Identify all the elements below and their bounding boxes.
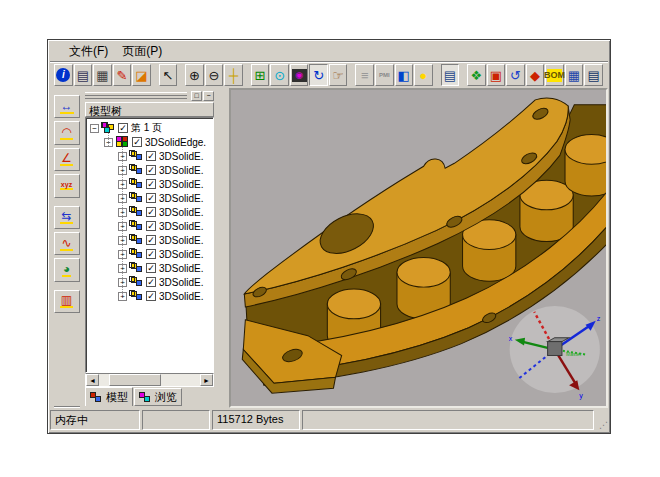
tree-row[interactable]: +✓3DSolidE. [86,177,213,191]
part-icon [129,248,144,260]
assembly-icon: ◆ [530,69,540,82]
dock-restore-button[interactable]: □ [191,91,202,101]
tree-row[interactable]: −✓第 1 页 [86,121,213,135]
menu-page[interactable]: 页面(P) [115,41,169,62]
parts-icon: ❖ [471,69,483,82]
orbit-icon: ◉ [292,69,307,82]
tree-row[interactable]: +✓3DSolidE. [86,247,213,261]
info-button[interactable]: i [54,64,73,86]
tree-row[interactable]: +✓3DSolidE. [86,275,213,289]
visibility-checkbox[interactable]: ✓ [146,165,156,175]
print-preview-button[interactable]: ▤ [74,64,93,86]
part-icon [129,178,144,190]
part-props-button[interactable]: ▥ [54,290,80,313]
tree-row[interactable]: +✓3DSolidE. [86,163,213,177]
capture-button[interactable]: ▣ [487,64,506,86]
tree-row-label: 3DSolidE. [159,165,203,176]
pan-button[interactable]: ┼ [224,64,243,86]
select-button[interactable]: ↖ [159,64,178,86]
dim-distance-button[interactable]: ⇆ [54,206,80,229]
pan-hand-button[interactable]: ☞ [329,64,348,86]
visibility-checkbox[interactable]: ✓ [146,235,156,245]
light-button[interactable]: ● [414,64,433,86]
tree-row[interactable]: +✓3DSolidE. [86,233,213,247]
tree-row-label: 3DSolidE. [159,221,203,232]
assembly-button[interactable]: ◆ [526,64,545,86]
tree-row[interactable]: −✓3DSolidEdge. [86,135,213,149]
zoom-out-button[interactable]: ⊖ [205,64,224,86]
scroll-left-arrow-icon[interactable]: ◄ [86,374,99,386]
update-button[interactable]: ↺ [506,64,525,86]
panel-splitter[interactable] [216,88,229,408]
tree-view-button[interactable]: ▤ [584,64,603,86]
menu-file[interactable]: 文件(F) [62,41,115,62]
part-icon [129,192,144,204]
tree-view-icon: ▤ [587,69,599,82]
tab-label: 浏览 [155,390,177,405]
visibility-checkbox[interactable]: ✓ [132,137,142,147]
pmi-button[interactable]: PMI [375,64,394,86]
measure-toolbar: ↔◠∠xyz⇆∿◕▥ [50,88,83,408]
visibility-checkbox[interactable]: ✓ [146,263,156,273]
app-window: 文件(F)页面(P) i▤▦✎◪↖⊕⊖┼⊞⊙◉↻☞≡PMI◧●▤❖▣↺◆BOM▦… [47,39,611,434]
tree-row-label: 3DSolidE. [159,193,203,204]
tab-browse[interactable]: 浏览 [134,388,182,406]
visibility-checkbox[interactable]: ✓ [146,207,156,217]
tree-row[interactable]: +✓3DSolidE. [86,289,213,303]
redline-button[interactable]: ✎ [113,64,132,86]
menu-bar: 文件(F)页面(P) [50,42,608,61]
tab-model[interactable]: 模型 [85,387,133,406]
collapse-icon[interactable]: − [90,124,99,133]
visibility-checkbox[interactable]: ✓ [146,179,156,189]
permissions-button[interactable]: ◪ [132,64,151,86]
visibility-checkbox[interactable]: ✓ [146,249,156,259]
display-cube-button[interactable]: ◧ [395,64,414,86]
layers-button[interactable]: ≡ [355,64,374,86]
zoom-window-button[interactable]: ⊞ [251,64,270,86]
dock-close-button[interactable]: − [203,91,214,101]
resize-grip-icon[interactable]: ⋰ [596,410,608,430]
print-button[interactable]: ▦ [93,64,112,86]
visibility-checkbox[interactable]: ✓ [146,291,156,301]
select-icon: ↖ [162,69,173,82]
dim-coordinate-button[interactable]: xyz [54,174,80,197]
visibility-checkbox[interactable]: ✓ [146,221,156,231]
visibility-checkbox[interactable]: ✓ [146,193,156,203]
scroll-thumb[interactable] [109,374,161,386]
light-icon: ● [419,69,427,82]
parts-button[interactable]: ❖ [467,64,486,86]
tree-row[interactable]: +✓3DSolidE. [86,261,213,275]
zoom-in-icon: ⊕ [189,69,200,82]
zoom-dynamic-button[interactable]: ⊙ [270,64,289,86]
info-icon: i [56,68,70,82]
tree-row[interactable]: +✓3DSolidE. [86,191,213,205]
rotate-button[interactable]: ↻ [309,64,328,86]
main-area: ↔◠∠xyz⇆∿◕▥ □− 模型树 −✓第 1 页−✓3DSolidEdge.+… [50,88,608,408]
zoom-in-button[interactable]: ⊕ [185,64,204,86]
dim-linear-button[interactable]: ↔ [54,95,80,118]
pan-icon: ┼ [229,69,238,82]
visibility-checkbox[interactable]: ✓ [146,277,156,287]
scroll-track[interactable] [161,374,200,386]
orbit-button[interactable]: ◉ [290,64,309,86]
dim-radius-button[interactable]: ◠ [54,121,80,144]
tree-row[interactable]: +✓3DSolidE. [86,205,213,219]
redline-icon: ✎ [116,69,127,82]
visibility-checkbox[interactable]: ✓ [146,151,156,161]
dim-angle-button[interactable]: ∠ [54,148,80,171]
zoom-window-icon: ⊞ [255,69,266,82]
dim-gauge-button[interactable]: ◕ [54,258,80,281]
visibility-checkbox[interactable]: ✓ [118,123,128,133]
bom-button[interactable]: BOM [545,64,564,86]
tree-row-label: 3DSolidE. [159,207,203,218]
pages-icon [101,122,116,134]
panel-drag-grip[interactable] [85,92,187,99]
viewport-3d[interactable]: z x y Master [229,88,608,408]
notebook-button[interactable]: ▤ [441,64,460,86]
dim-curve-button[interactable]: ∿ [54,232,80,255]
tree-row[interactable]: +✓3DSolidE. [86,149,213,163]
table-button[interactable]: ▦ [565,64,584,86]
scroll-right-arrow-icon[interactable]: ► [200,374,213,386]
axis-center-label: Master [566,352,582,358]
tree-row[interactable]: +✓3DSolidE. [86,219,213,233]
